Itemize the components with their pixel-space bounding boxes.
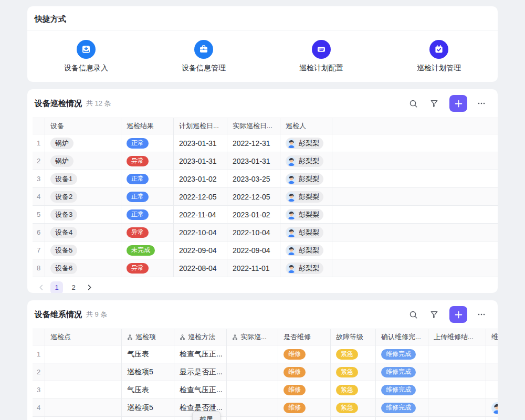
level-cell[interactable]: 紧急: [331, 363, 376, 381]
shortcut-device-manage[interactable]: 设备信息管理: [145, 40, 262, 73]
filter-icon[interactable]: [427, 97, 441, 110]
chevron-left-icon[interactable]: [36, 282, 46, 293]
filter-icon[interactable]: [427, 308, 441, 321]
item-cell[interactable]: 气压表: [122, 345, 174, 363]
repair-cell[interactable]: 维修: [278, 345, 331, 363]
planned-date-cell[interactable]: 2023-01-02: [174, 170, 227, 187]
shortcut-plan-config[interactable]: 巡检计划配置: [262, 40, 380, 73]
result-cell[interactable]: 正常: [121, 188, 174, 205]
cutoff-cell[interactable]: [486, 381, 498, 398]
planned-date-cell[interactable]: 2022-08-04: [174, 259, 227, 277]
column-header-confirm[interactable]: 确认维修完...: [376, 329, 428, 345]
result-cell[interactable]: 正常: [121, 170, 174, 187]
repair-cell[interactable]: 维修: [278, 399, 331, 416]
planned-date-cell[interactable]: 2022-11-04: [174, 206, 227, 223]
point-cell[interactable]: [45, 363, 122, 381]
page-1-button[interactable]: 1: [50, 281, 63, 293]
inspector-cell[interactable]: 彭梨梨: [280, 170, 332, 187]
planned-date-cell[interactable]: 2023-01-31: [174, 152, 227, 170]
device-cell[interactable]: 设备4: [45, 224, 121, 241]
more-icon[interactable]: [475, 97, 488, 110]
cutoff-cell[interactable]: [486, 363, 498, 381]
column-header-actual[interactable]: 实际巡...: [227, 329, 278, 345]
result-cell[interactable]: 未完成: [121, 242, 174, 259]
column-header-method[interactable]: 巡检方法: [174, 329, 227, 345]
inspector-cell[interactable]: 彭梨梨: [280, 242, 332, 259]
result-cell[interactable]: 异常: [121, 152, 174, 170]
cutoff-cell[interactable]: [486, 417, 498, 420]
column-header-actual-date[interactable]: 实际巡检日...: [227, 118, 280, 134]
inspector-cell[interactable]: 彭梨梨: [280, 259, 332, 277]
method-cell[interactable]: 检查气压正...: [174, 345, 227, 363]
device-cell[interactable]: 设备6: [45, 259, 121, 277]
inspector-cell[interactable]: 彭梨梨: [280, 188, 332, 205]
point-cell[interactable]: [45, 399, 122, 416]
inspector-cell[interactable]: 彭梨梨: [280, 152, 332, 170]
actual-cell[interactable]: [227, 417, 278, 420]
device-cell[interactable]: 设备3: [45, 206, 121, 223]
item-cell[interactable]: 巡检项5: [122, 399, 174, 416]
item-cell[interactable]: 巡检项5: [122, 363, 174, 381]
level-cell[interactable]: 紧急: [331, 381, 376, 398]
device-cell[interactable]: 设备1: [45, 170, 121, 187]
device-cell[interactable]: 设备5: [45, 242, 121, 259]
actual-date-cell[interactable]: 2023-03-25: [227, 170, 280, 187]
confirm-cell[interactable]: 维修完成: [376, 345, 428, 363]
upload-cell[interactable]: [428, 363, 486, 381]
search-icon[interactable]: [406, 97, 420, 110]
inspector-cell[interactable]: 彭梨梨: [280, 206, 332, 223]
repair-cell[interactable]: 维修: [278, 417, 331, 420]
cutoff-cell[interactable]: [486, 345, 498, 363]
repair-cell[interactable]: 维修: [278, 381, 331, 398]
actual-date-cell[interactable]: 2022-11-01: [227, 259, 280, 277]
actual-cell[interactable]: [227, 381, 278, 398]
search-icon[interactable]: [406, 308, 420, 321]
level-cell[interactable]: 紧急: [331, 345, 376, 363]
point-cell[interactable]: [45, 417, 122, 420]
actual-date-cell[interactable]: 2022-12-31: [227, 134, 280, 152]
point-cell[interactable]: [45, 345, 122, 363]
actual-date-cell[interactable]: 2023-01-31: [227, 152, 280, 170]
column-header-planned-date[interactable]: 计划巡检日...: [174, 118, 227, 134]
add-record-button[interactable]: [449, 95, 467, 112]
method-cell[interactable]: 显示是否正...: [174, 363, 227, 381]
column-header-inspector[interactable]: 巡检人: [280, 118, 332, 134]
page-2-button[interactable]: 2: [67, 281, 80, 293]
actual-cell[interactable]: [227, 399, 278, 416]
upload-cell[interactable]: [428, 381, 486, 398]
point-cell[interactable]: [45, 381, 122, 398]
result-cell[interactable]: 异常: [121, 259, 174, 277]
confirm-cell[interactable]: 维修中: [376, 417, 428, 420]
column-header-result[interactable]: 巡检结果: [121, 118, 174, 134]
actual-cell[interactable]: [227, 363, 278, 381]
level-cell[interactable]: 紧急: [331, 399, 376, 416]
level-cell[interactable]: 重要: [331, 417, 376, 420]
device-cell[interactable]: 锅炉: [45, 152, 121, 170]
shortcut-plan-manage[interactable]: 巡检计划管理: [380, 40, 498, 73]
inspector-cell[interactable]: 彭梨梨: [280, 134, 332, 152]
column-header-point[interactable]: 巡检点: [45, 329, 122, 345]
column-header-item[interactable]: 巡检项: [122, 329, 174, 345]
actual-date-cell[interactable]: 2023-01-02: [227, 206, 280, 223]
result-cell[interactable]: 正常: [121, 206, 174, 223]
actual-date-cell[interactable]: 2022-12-05: [227, 188, 280, 205]
confirm-cell[interactable]: 维修完成: [376, 363, 428, 381]
column-header-repair[interactable]: 是否维修: [278, 329, 331, 345]
column-header-device[interactable]: 设备: [45, 118, 121, 134]
add-record-button[interactable]: [449, 306, 467, 323]
confirm-cell[interactable]: 维修完成: [376, 399, 428, 416]
inspector-cell[interactable]: 彭梨梨: [280, 224, 332, 241]
method-cell[interactable]: 检查气压正...: [174, 381, 227, 398]
planned-date-cell[interactable]: 2022-09-04: [174, 242, 227, 259]
actual-date-cell[interactable]: 2022-09-04: [227, 242, 280, 259]
upload-cell[interactable]: [428, 399, 486, 416]
column-header-upload[interactable]: 上传维修结...: [428, 329, 486, 345]
column-header-cutoff[interactable]: 维: [486, 329, 498, 345]
repair-cell[interactable]: 维修: [278, 363, 331, 381]
planned-date-cell[interactable]: 2022-12-05: [174, 188, 227, 205]
shortcut-device-entry[interactable]: 设备信息录入: [27, 40, 145, 73]
result-cell[interactable]: 正常: [121, 134, 174, 152]
item-cell[interactable]: 气压表: [122, 381, 174, 398]
actual-cell[interactable]: [227, 345, 278, 363]
device-cell[interactable]: 锅炉: [45, 134, 121, 152]
